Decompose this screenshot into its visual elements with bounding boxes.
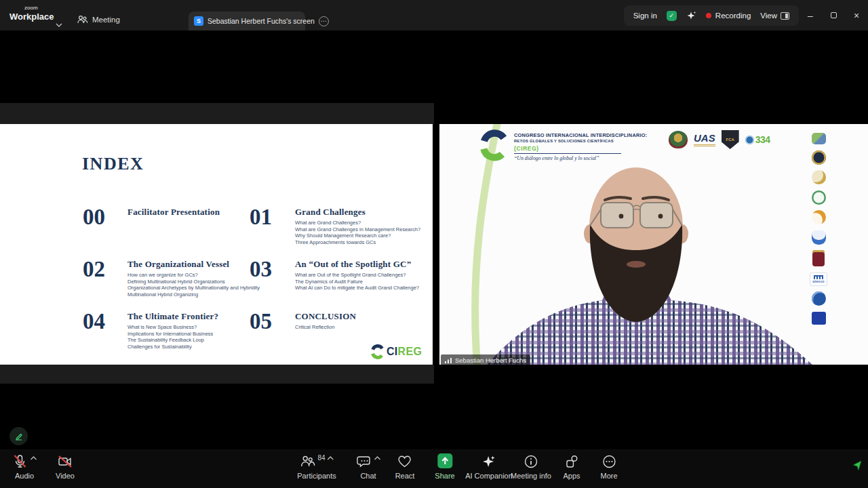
unesco-logo: unesco <box>810 272 827 286</box>
speaker-video-tile: CONGRESO INTERNACIONAL INTERDISCIPLINARI… <box>439 124 868 365</box>
heart-icon <box>397 453 413 470</box>
audio-signal-icon <box>445 357 452 363</box>
slide-letterbox-bottom <box>0 365 434 384</box>
minimize-button[interactable]: – <box>799 0 822 30</box>
section-title: An “Out of the Spotlight GC” <box>295 259 451 270</box>
camera-off-icon <box>57 453 73 470</box>
section-item: The Sustainability Feedback Loop <box>127 337 283 344</box>
people-icon <box>77 15 87 24</box>
section-title: CONCLUSION <box>295 311 451 322</box>
blue-monument-logo <box>812 230 826 245</box>
share-label: Share <box>435 472 454 480</box>
section-block: Grand Challenges What are Grand Challeng… <box>295 207 451 245</box>
share-button[interactable]: Share <box>435 453 454 480</box>
mouse-cursor <box>852 460 863 472</box>
cireg-logo: CIREG <box>370 344 422 359</box>
participants-count: 84 <box>317 454 325 462</box>
close-button[interactable]: × <box>845 0 868 30</box>
annotate-button[interactable] <box>9 427 28 445</box>
security-shield-icon[interactable]: ✓ <box>667 11 677 21</box>
navy-gold-ring-logo <box>812 150 826 165</box>
section-item: The Dynamics of Audit Failure <box>295 279 451 285</box>
participants-icon <box>299 453 315 470</box>
tab-meeting[interactable]: Meeting <box>77 15 120 24</box>
info-icon <box>523 453 539 470</box>
blue-globe-logo <box>812 291 826 306</box>
sign-in-button[interactable]: Sign in <box>633 12 657 20</box>
gold-crescent-logo <box>812 170 826 184</box>
tab-options-icon[interactable]: ⋯ <box>319 16 329 26</box>
congress-line3: (CIREG) <box>514 146 647 152</box>
partner-logos-top: UAS FCA 334 <box>669 130 770 149</box>
partner-logos-right: unesco <box>808 133 829 325</box>
congress-arc-icon <box>479 129 510 162</box>
section-item: What are Grand Challenges in Management … <box>295 226 451 233</box>
globe-334-logo: 334 <box>745 134 770 145</box>
cireg-reg-text: REG <box>398 346 422 357</box>
view-layout-icon <box>781 12 789 20</box>
section-number: 03 <box>250 258 272 281</box>
section-item: What AI can Do to mitigate the Audit Gra… <box>295 285 451 291</box>
audio-button[interactable]: Audio <box>12 453 37 480</box>
participants-button[interactable]: 84 Participants <box>297 453 336 480</box>
section-block: An “Out of the Spotlight GC” What are Ou… <box>295 259 451 291</box>
globe-icon <box>745 136 754 144</box>
congress-tagline: “Un diálogo entre lo global y lo social” <box>514 156 647 161</box>
view-label: View <box>760 12 777 20</box>
slide-letterbox-top <box>0 103 434 124</box>
unesco-temple-icon <box>814 275 823 279</box>
brand-zoom: zoom <box>24 5 54 11</box>
more-button[interactable]: More <box>600 453 617 480</box>
eagle-crest-logo <box>669 131 688 148</box>
chat-options-chevron-icon[interactable] <box>374 456 381 460</box>
ai-companion-button[interactable]: AI Companion <box>465 453 513 480</box>
congress-line1: CONGRESO INTERNACIONAL INTERDISCIPLINARI… <box>514 133 647 138</box>
meeting-info-label: Meeting info <box>511 472 551 480</box>
section-item: Organizational Archetypes by Multination… <box>127 285 283 291</box>
maximize-button[interactable] <box>822 0 845 30</box>
chat-button[interactable]: Chat <box>356 453 381 480</box>
more-label: More <box>600 472 617 480</box>
view-button[interactable]: View <box>760 12 789 20</box>
section-block: CONCLUSION Critical Reflection <box>295 311 451 331</box>
video-button[interactable]: Video <box>56 453 75 480</box>
brand-workplace: Workplace <box>9 12 54 21</box>
meeting-toolbar: Audio Video 84 Participants <box>0 449 868 488</box>
zoom-workplace-logo: zoom Workplace <box>9 5 54 21</box>
recording-indicator: Recording <box>706 12 751 20</box>
react-button[interactable]: React <box>395 453 415 480</box>
audio-label: Audio <box>15 472 34 480</box>
section-number: 05 <box>250 310 272 333</box>
window-controls: – × <box>799 0 868 30</box>
titlebar-right-cluster: Sign in ✓ Recording View <box>624 5 799 26</box>
meeting-info-button[interactable]: Meeting info <box>511 453 551 480</box>
participant-name: Sebastian Herbert Fuchs <box>455 357 526 364</box>
section-item: Three Approachments towards GCs <box>295 239 451 246</box>
audio-options-chevron-icon[interactable] <box>31 456 37 460</box>
green-ring-emblem-logo <box>812 190 826 205</box>
titlebar: zoom Workplace Meeting S Sebastian Herbe… <box>0 0 868 30</box>
ai-sparkle-icon[interactable] <box>686 11 696 21</box>
chat-label: Chat <box>360 472 376 480</box>
apps-icon <box>564 453 580 470</box>
ai-companion-label: AI Companion <box>465 472 513 480</box>
blue-square-logo <box>812 312 826 325</box>
recording-dot-icon <box>706 13 711 18</box>
maroon-crest-logo <box>812 250 825 266</box>
react-label: React <box>395 472 415 480</box>
tab-meeting-label: Meeting <box>92 16 120 24</box>
recording-label: Recording <box>715 12 751 20</box>
participants-options-chevron-icon[interactable] <box>328 456 334 460</box>
participants-label: Participants <box>297 472 336 480</box>
cireg-ci-text: CI <box>387 346 398 357</box>
section-item: Why Should Management Research care? <box>295 232 451 239</box>
congress-rule <box>514 153 621 154</box>
section-item: Multinational Hybrid Organizing <box>127 291 283 298</box>
chevron-down-icon[interactable] <box>56 18 62 30</box>
section-item: Critical Reflection <box>295 324 451 331</box>
fca-shield-logo: FCA <box>722 130 739 149</box>
section-item: What are Out of the Spotlight Grand Chal… <box>295 272 451 279</box>
apps-button[interactable]: Apps <box>563 453 580 480</box>
apps-label: Apps <box>563 472 580 480</box>
tab-shared-screen[interactable]: S Sebastian Herbert Fuchs's screen ⋯ <box>189 12 305 30</box>
